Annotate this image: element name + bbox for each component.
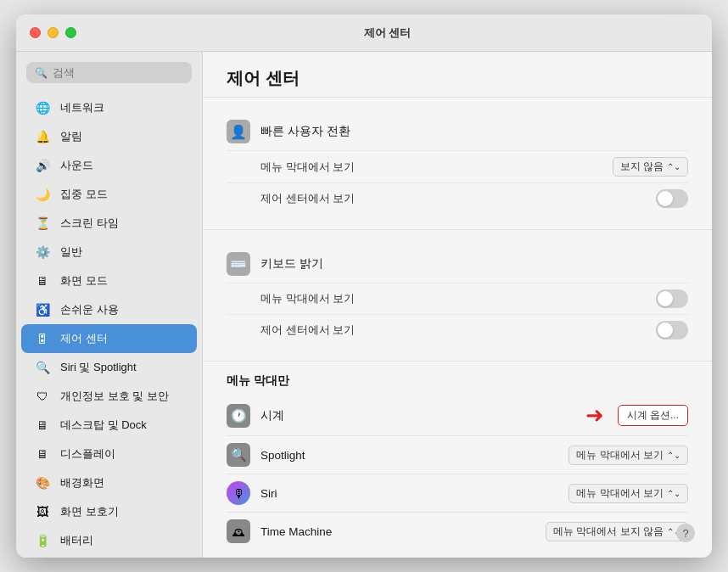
quick-user-switch-section: 👤 빠른 사용자 전환 메뉴 막대에서 보기 보지 않음 ⌃⌄ 제어 센터에서 … xyxy=(203,98,712,230)
siri-chevron-icon: ⌃⌄ xyxy=(667,489,680,498)
keyboard-menu-row: 메뉴 막대에서 보기 xyxy=(227,283,688,314)
quick-user-control-toggle[interactable] xyxy=(656,189,688,208)
menu-bar-section: 메뉴 막대만 🕐 시계 ➜ 시계 옵션... 🔍 Spotlight 메뉴 막대… xyxy=(203,362,712,558)
sidebar-item-wallpaper[interactable]: 🎨 배경화면 xyxy=(21,468,197,497)
spotlight-value: 메뉴 막대에서 보기 xyxy=(576,448,664,463)
sidebar-label-displays: 디스플레이 xyxy=(60,446,115,462)
sidebar-label-sound: 사운드 xyxy=(60,158,93,173)
sidebar-item-accessibility[interactable]: ♿ 손쉬운 사용 xyxy=(21,295,197,324)
spotlight-icon: 🔍 xyxy=(227,443,250,467)
sidebar: 🔍 🌐 네트워크 🔔 알림 🔊 사운드 🌙 집중 모드 ⏳ 스크린 타 xyxy=(16,52,203,558)
screentime-icon: ⏳ xyxy=(33,214,52,233)
keyboard-brightness-item: ⌨️ 키보드 밝기 xyxy=(227,245,688,283)
quick-user-menu-label: 메뉴 막대에서 보기 xyxy=(260,160,613,175)
minimize-button[interactable] xyxy=(48,27,59,38)
sidebar-item-siri-spotlight[interactable]: 🔍 Siri 및 Spotlight xyxy=(21,353,197,382)
maximize-button[interactable] xyxy=(65,27,76,38)
quick-user-menu-select[interactable]: 보지 않음 ⌃⌄ xyxy=(613,157,688,177)
sidebar-item-sound[interactable]: 🔊 사운드 xyxy=(21,151,197,180)
sidebar-item-battery[interactable]: 🔋 배터리 xyxy=(21,526,197,555)
sidebar-label-notifications: 알림 xyxy=(60,129,82,144)
sidebar-label-screentime: 스크린 타임 xyxy=(60,216,119,231)
select-chevron-icon: ⌃⌄ xyxy=(667,162,680,171)
control-center-icon: 🎛 xyxy=(33,329,52,348)
time-machine-value: 메뉴 막대에서 보지 않음 xyxy=(553,524,664,539)
battery-icon: 🔋 xyxy=(33,531,52,550)
close-button[interactable] xyxy=(30,27,41,38)
sidebar-item-control-center[interactable]: 🎛 제어 센터 xyxy=(21,324,197,353)
clock-icon: 🕐 xyxy=(227,404,250,428)
menu-bar-siri-item: 🎙 Siri 메뉴 막대에서 보기 ⌃⌄ xyxy=(227,474,688,512)
appearance-icon: 🖥 xyxy=(33,272,52,290)
sidebar-label-network: 네트워크 xyxy=(60,100,104,115)
main-content: 제어 센터 👤 빠른 사용자 전환 메뉴 막대에서 보기 보지 않음 ⌃⌄ xyxy=(203,52,712,558)
time-machine-select[interactable]: 메뉴 막대에서 보지 않음 ⌃⌄ xyxy=(546,522,688,541)
spotlight-chevron-icon: ⌃⌄ xyxy=(667,451,680,460)
sidebar-item-screensaver[interactable]: 🖼 화면 보호기 xyxy=(21,497,197,526)
sidebar-item-displays[interactable]: 🖥 디스플레이 xyxy=(21,440,197,468)
sidebar-item-screentime[interactable]: ⏳ 스크린 타임 xyxy=(21,209,197,238)
search-icon: 🔍 xyxy=(35,67,48,79)
search-bar[interactable]: 🔍 xyxy=(26,62,192,83)
siri-value: 메뉴 막대에서 보기 xyxy=(576,486,664,501)
sidebar-label-wallpaper: 배경화면 xyxy=(60,475,104,491)
main-wrapper: 제어 센터 👤 빠른 사용자 전환 메뉴 막대에서 보기 보지 않음 ⌃⌄ xyxy=(203,52,712,558)
quick-user-switch-item: 👤 빠른 사용자 전환 xyxy=(227,113,688,150)
spotlight-select[interactable]: 메뉴 막대에서 보기 ⌃⌄ xyxy=(568,446,688,465)
keyboard-control-label: 제어 센터에서 보기 xyxy=(260,322,656,338)
time-machine-label: Time Machine xyxy=(260,525,535,538)
keyboard-control-row: 제어 센터에서 보기 xyxy=(227,314,688,345)
clock-label: 시계 xyxy=(260,408,575,423)
sidebar-label-general: 일반 xyxy=(60,244,82,260)
menu-bar-clock-item: 🕐 시계 ➜ 시계 옵션... xyxy=(227,395,688,435)
siri-icon: 🎙 xyxy=(227,481,250,505)
sidebar-label-desktop-dock: 데스크탑 및 Dock xyxy=(60,418,147,433)
sidebar-label-privacy: 개인정보 보호 및 보안 xyxy=(60,389,169,404)
privacy-icon: 🛡 xyxy=(33,387,52,406)
traffic-lights xyxy=(30,27,76,38)
sidebar-item-desktop-dock[interactable]: 🖥 데스크탑 및 Dock xyxy=(21,411,197,440)
siri-select[interactable]: 메뉴 막대에서 보기 ⌃⌄ xyxy=(568,484,688,503)
menu-bar-spotlight-item: 🔍 Spotlight 메뉴 막대에서 보기 ⌃⌄ xyxy=(227,435,688,474)
focus-icon: 🌙 xyxy=(33,185,52,204)
content-area: 🔍 🌐 네트워크 🔔 알림 🔊 사운드 🌙 집중 모드 ⏳ 스크린 타 xyxy=(16,52,712,558)
sidebar-item-network[interactable]: 🌐 네트워크 xyxy=(21,93,197,122)
keyboard-menu-label: 메뉴 막대에서 보기 xyxy=(260,291,656,306)
sidebar-label-control-center: 제어 센터 xyxy=(60,331,108,346)
wallpaper-icon: 🎨 xyxy=(33,474,52,492)
keyboard-menu-toggle[interactable] xyxy=(656,289,688,308)
sidebar-item-focus[interactable]: 🌙 집중 모드 xyxy=(21,180,197,209)
keyboard-brightness-icon: ⌨️ xyxy=(227,252,250,276)
displays-icon: 🖥 xyxy=(33,445,52,463)
window-title: 제어 센터 xyxy=(76,25,698,41)
desktop-dock-icon: 🖥 xyxy=(33,416,52,435)
quick-user-switch-label: 빠른 사용자 전환 xyxy=(260,124,688,139)
sidebar-item-appearance[interactable]: 🖥 화면 모드 xyxy=(21,266,197,295)
sidebar-label-battery: 배터리 xyxy=(60,533,93,548)
menu-bar-time-machine-item: 🕰 Time Machine 메뉴 막대에서 보지 않음 ⌃⌄ xyxy=(227,512,688,550)
quick-user-control-label: 제어 센터에서 보기 xyxy=(260,191,656,206)
siri-spotlight-icon: 🔍 xyxy=(33,358,52,377)
sidebar-label-focus: 집중 모드 xyxy=(60,187,108,202)
search-input[interactable] xyxy=(53,66,183,79)
help-button[interactable]: ? xyxy=(676,524,695,542)
accessibility-icon: ♿ xyxy=(33,300,52,319)
sound-icon: 🔊 xyxy=(33,156,52,175)
siri-label: Siri xyxy=(260,487,558,500)
time-machine-icon: 🕰 xyxy=(227,519,250,543)
sidebar-item-general[interactable]: ⚙️ 일반 xyxy=(21,238,197,266)
sidebar-item-notifications[interactable]: 🔔 알림 xyxy=(21,122,197,151)
title-bar: 제어 센터 xyxy=(16,14,712,52)
clock-options-button[interactable]: 시계 옵션... xyxy=(618,405,688,426)
quick-user-switch-icon: 👤 xyxy=(227,120,250,143)
sidebar-label-appearance: 화면 모드 xyxy=(60,273,108,289)
keyboard-brightness-section: ⌨️ 키보드 밝기 메뉴 막대에서 보기 제어 센터에서 보기 xyxy=(203,230,712,362)
main-window: 제어 센터 🔍 🌐 네트워크 🔔 알림 🔊 사운드 🌙 집중 모드 xyxy=(16,14,712,558)
keyboard-control-toggle[interactable] xyxy=(656,321,688,339)
sidebar-label-screensaver: 화면 보호기 xyxy=(60,504,119,519)
spotlight-label: Spotlight xyxy=(260,449,558,462)
general-icon: ⚙️ xyxy=(33,243,52,261)
keyboard-brightness-label: 키보드 밝기 xyxy=(260,256,688,272)
sidebar-item-privacy[interactable]: 🛡 개인정보 보호 및 보안 xyxy=(21,382,197,411)
main-title: 제어 센터 xyxy=(203,52,712,98)
